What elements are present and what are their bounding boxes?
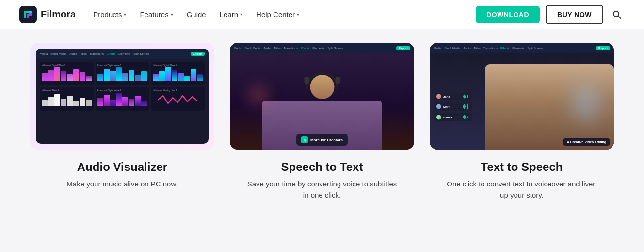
editor-toolbar-audio: Media Stock Media Audio Titles Transitio…	[36, 49, 209, 59]
search-icon	[612, 10, 622, 19]
toolbar-titles-s: Titles	[274, 47, 281, 50]
viz-grid: Iridescent Digital Wave 2	[36, 59, 209, 114]
svg-point-1	[29, 11, 32, 14]
nav-item-features[interactable]: Features ▾	[134, 6, 178, 22]
bg-glow	[248, 85, 268, 105]
viz-bars-4	[42, 93, 92, 106]
export-button-speech[interactable]: Export	[396, 46, 410, 50]
tts-person-area	[485, 64, 614, 150]
toolbar-titles-t: Titles	[474, 47, 481, 50]
voice-card-jane: Jane	[434, 93, 472, 101]
viz-item-2: Iridescent Digital Wave 3	[96, 62, 149, 85]
tts-person-bg	[485, 64, 614, 150]
nav-label-learn: Learn	[220, 10, 238, 18]
viz-item-1: Iridescent Digital Wave 2	[40, 62, 94, 85]
audio-visualizer-title: Audio Visualizer	[77, 160, 167, 174]
headphones-icon	[306, 72, 338, 89]
toolbar-effects-t: Effects	[500, 47, 509, 50]
subtitle-icon: T|	[301, 136, 308, 143]
editor-mockup-tts: Media Stock Media Audio Titles Transitio…	[430, 43, 614, 150]
headphone-right	[335, 77, 340, 84]
viz-item-3: Iridescent Digital Wave 4	[151, 62, 205, 85]
viz-label-6: Iridescent Waving Line 2	[153, 89, 203, 92]
nav-items: Products ▾ Features ▾ Guide Learn ▾ Help…	[87, 6, 472, 22]
nav-item-learn[interactable]: Learn ▾	[214, 6, 248, 22]
text-to-speech-title: Text to Speech	[481, 160, 563, 174]
logo-area[interactable]: Filmora	[19, 6, 76, 23]
viz-label-5: Iridescent Digital Wave 6	[97, 89, 147, 92]
toolbar-audio-s: Audio	[263, 47, 271, 50]
editor-mockup-speech: Media Stock Media Audio Titles Transitio…	[230, 43, 414, 150]
viz-label-4: Iridescent Wave 2	[42, 89, 92, 92]
toolbar-elements: Elements	[118, 52, 130, 55]
nav-item-guide[interactable]: Guide	[181, 6, 212, 22]
svg-line-3	[618, 16, 621, 18]
toolbar-trans-s: Transitions	[284, 47, 298, 50]
nav-label-products: Products	[93, 10, 122, 18]
avatar-mark	[436, 104, 441, 109]
chevron-down-icon: ▾	[124, 12, 126, 17]
viz-bars-2	[97, 67, 147, 81]
creative-badge: A Creative Video Editing	[563, 138, 610, 146]
text-to-speech-image: Media Stock Media Audio Titles Transitio…	[430, 43, 614, 150]
buy-now-button[interactable]: BUY NOW	[546, 5, 603, 24]
text-to-speech-desc: One click to convert text to voiceover a…	[444, 179, 599, 201]
voice-name-jane: Jane	[443, 95, 461, 98]
audio-visualizer-image: Media Stock Media Audio Titles Transitio…	[30, 43, 214, 150]
toolbar-effects: Effects	[107, 52, 115, 55]
editor-toolbar-tts: Media Stock Media Audio Titles Transitio…	[430, 43, 614, 53]
chevron-down-icon: ▾	[171, 12, 173, 17]
viz-item-4: Iridescent Wave 2	[40, 87, 94, 111]
toolbar-stock: Stock Media	[50, 52, 66, 55]
subtitle-overlay: T| More for Creators	[296, 134, 348, 146]
speech-to-text-image: Media Stock Media Audio Titles Transitio…	[230, 43, 414, 150]
logo-text: Filmora	[41, 9, 76, 20]
export-button[interactable]: Export	[191, 52, 205, 56]
person-head	[310, 75, 334, 99]
search-button[interactable]	[609, 7, 625, 22]
export-button-tts[interactable]: Export	[596, 46, 610, 50]
tts-content-area: Jane	[430, 53, 614, 150]
toolbar-media-s: Media	[234, 47, 242, 50]
filmora-logo-icon	[19, 6, 37, 23]
nav-label-help-center: Help Center	[256, 10, 295, 18]
viz-item-6: Iridescent Waving Line 2	[151, 87, 205, 111]
toolbar-elem-t: Elements	[512, 47, 524, 50]
toolbar-stock-s: Stock Media	[244, 47, 260, 50]
chevron-down-icon: ▾	[297, 12, 299, 17]
toolbar-media-t: Media	[434, 47, 441, 50]
wave-line-svg	[153, 94, 203, 105]
toolbar-media: Media	[40, 52, 48, 55]
toolbar-transitions: Transitions	[90, 52, 104, 55]
chevron-down-icon: ▾	[240, 12, 242, 17]
voice-wave-nancy	[463, 115, 469, 120]
headphone-left	[304, 77, 309, 84]
voice-wave-mark	[463, 104, 469, 110]
download-button[interactable]: DOWNLOAD	[476, 6, 540, 23]
viz-label-3: Iridescent Digital Wave 4	[153, 64, 203, 67]
feature-card-audio-visualizer: Media Stock Media Audio Titles Transitio…	[30, 43, 214, 201]
toolbar-split-s: Split Screen	[327, 47, 343, 50]
editor-mockup-audio: Media Stock Media Audio Titles Transitio…	[36, 49, 209, 144]
voice-card-nancy: Nancy	[434, 113, 472, 121]
viz-label-2: Iridescent Digital Wave 3	[97, 64, 147, 67]
toolbar-titles: Titles	[80, 52, 87, 55]
feature-card-text-to-speech: Media Stock Media Audio Titles Transitio…	[430, 43, 614, 201]
avatar-jane	[436, 94, 441, 99]
subtitle-text: More for Creators	[310, 138, 343, 142]
toolbar-split-t: Split Screen	[527, 47, 543, 50]
viz-bars-1	[42, 67, 92, 81]
feature-card-speech-to-text: Media Stock Media Audio Titles Transitio…	[230, 43, 414, 201]
toolbar-audio: Audio	[69, 52, 77, 55]
nav-label-features: Features	[140, 10, 168, 18]
nav-item-products[interactable]: Products ▾	[87, 6, 132, 22]
viz-item-5: Iridescent Digital Wave 6	[96, 87, 149, 111]
speech-to-text-desc: Save your time by converting voice to su…	[244, 179, 400, 201]
nav-actions: DOWNLOAD BUY NOW	[476, 5, 625, 24]
toolbar-elem-s: Elements	[312, 47, 324, 50]
nav-item-help-center[interactable]: Help Center ▾	[250, 6, 305, 22]
editor-toolbar-speech: Media Stock Media Audio Titles Transitio…	[230, 43, 414, 53]
person-mockup: T| More for Creators 00:00:00:00	[230, 53, 414, 150]
audio-visualizer-desc: Make your music alive on PC now.	[66, 179, 177, 190]
light-effect	[572, 84, 601, 122]
